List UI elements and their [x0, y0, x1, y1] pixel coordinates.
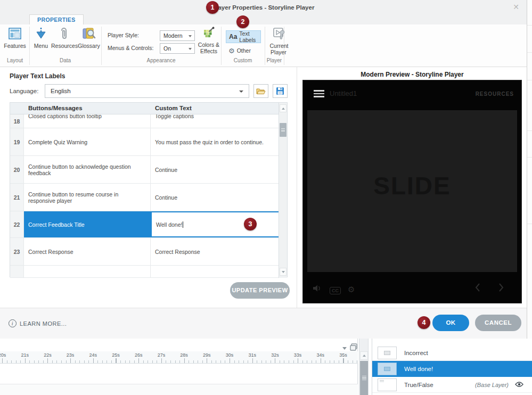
ribbon: Features Layout Menu Resources — [0, 24, 527, 67]
group-label-appearance: Appearance — [101, 57, 221, 63]
features-icon — [8, 27, 22, 40]
custom-text-cell[interactable]: Continue — [151, 156, 280, 183]
ruler-major-ticks — [0, 358, 358, 363]
table-row[interactable]: 18Closed captions button tooltipToggle c… — [10, 114, 280, 128]
timeline-panel: 20s21s22s23s24s25s26s27s28s29s30s31s32s3… — [0, 339, 358, 395]
hamburger-menu-icon — [314, 90, 324, 97]
custom-text-cell[interactable]: Correct Response — [151, 238, 280, 265]
arrow-up-icon — [282, 108, 285, 110]
slide-placeholder-text: SLIDE — [373, 171, 451, 200]
features-button[interactable]: Features — [2, 27, 28, 49]
screen: Player Properties - Storyline Player ✕ 1… — [0, 0, 532, 395]
scroll-up-button[interactable] — [280, 104, 287, 112]
row-number — [10, 266, 24, 277]
buttons-messages-cell[interactable]: Complete Quiz Warning — [24, 128, 151, 155]
column-header-buttons-messages: Buttons/Messages — [28, 105, 83, 111]
cancel-button[interactable]: CANCEL — [475, 315, 521, 331]
update-preview-button[interactable]: UPDATE PREVIEW — [230, 282, 290, 299]
table-row[interactable]: 21Continue button to resume course in re… — [10, 184, 280, 211]
ruler-tick-label: 34s — [314, 352, 328, 358]
ruler-tick-label: 23s — [63, 352, 77, 358]
panel-divider — [297, 67, 297, 308]
language-select[interactable]: English — [45, 84, 249, 98]
timeline-options-caret-icon[interactable] — [342, 347, 347, 350]
table-scrollbar[interactable] — [279, 103, 287, 278]
current-player-button[interactable]: Current Player — [266, 27, 292, 55]
player-style-select[interactable]: Modern — [160, 30, 195, 41]
arrow-down-icon — [282, 271, 285, 273]
ruler-tick-label: 20s — [0, 352, 9, 358]
menu-button[interactable]: Menu — [32, 27, 50, 49]
scrollbar-thumb[interactable] — [280, 123, 287, 137]
layer-thumbnail — [378, 378, 397, 391]
layer-label: Incorrect — [404, 350, 428, 356]
paperclip-icon — [59, 27, 69, 40]
table-row[interactable]: 19Complete Quiz WarningYou must pass the… — [10, 128, 280, 156]
text-labels-button[interactable]: Aa Text Labels — [226, 30, 261, 43]
callout-badge-4: 4 — [418, 316, 430, 329]
close-icon[interactable]: ✕ — [513, 3, 519, 11]
buttons-messages-cell[interactable]: Correct Feedback Title — [24, 211, 151, 237]
tab-properties[interactable]: PROPERTIES — [29, 14, 84, 24]
dialog-body: Player Text Labels Language: English — [0, 67, 527, 308]
ruler-tick-label: 30s — [223, 352, 236, 358]
row-number: 22 — [10, 211, 24, 237]
buttons-messages-cell[interactable]: Continue button to resume course in resp… — [24, 184, 151, 211]
previous-slide-icon — [474, 283, 481, 294]
open-folder-button[interactable] — [253, 84, 268, 98]
timeline-ruler[interactable]: 20s21s22s23s24s25s26s27s28s29s30s31s32s3… — [0, 351, 358, 364]
text-labels-table: Buttons/Messages Custom Text 18Closed ca… — [10, 102, 288, 277]
table-row[interactable]: 20Continue button to acknowledge questio… — [10, 156, 280, 184]
timeline-vertical-scrollbar[interactable] — [359, 339, 369, 395]
scrollbar-thumb[interactable] — [360, 361, 368, 395]
page-title: Player Text Labels — [10, 72, 66, 80]
layer-item-incorrect[interactable]: Incorrect — [372, 345, 532, 361]
colors-effects-button[interactable]: Colors & Effects — [197, 27, 220, 54]
next-slide-icon — [498, 283, 504, 294]
player-properties-dialog: Player Properties - Storyline Player ✕ 1… — [0, 0, 527, 339]
ruler-tick-label: 28s — [177, 352, 191, 358]
ruler-tick-label: 29s — [200, 352, 214, 358]
resources-button[interactable]: Resources — [51, 27, 77, 49]
custom-text-cell[interactable]: Well done! — [151, 211, 280, 237]
callout-badge-3: 3 — [244, 218, 257, 231]
buttons-messages-cell[interactable] — [24, 266, 151, 277]
scroll-down-button[interactable] — [280, 268, 287, 276]
table-row[interactable]: 22Correct Feedback TitleWell done! — [10, 211, 280, 238]
buttons-messages-cell[interactable]: Closed captions button tooltip — [24, 114, 151, 128]
save-button[interactable] — [273, 84, 288, 98]
dialog-footer: i LEARN MORE... OK CANCEL — [0, 308, 527, 339]
ok-button[interactable]: OK — [432, 315, 469, 331]
learn-more-link[interactable]: i LEARN MORE... — [9, 319, 67, 327]
closed-captions-icon: CC — [330, 287, 341, 294]
table-row[interactable] — [10, 266, 280, 278]
table-row[interactable]: 23Correct ResponseCorrect Response — [10, 238, 280, 266]
row-number: 21 — [10, 184, 24, 211]
background-app-strip — [527, 0, 532, 395]
info-icon: i — [9, 319, 17, 327]
buttons-messages-cell[interactable]: Continue button to acknowledge question … — [24, 156, 151, 183]
layer-item-true-false[interactable]: True/False(Base Layer) — [372, 377, 532, 393]
glossary-button[interactable]: Glossary — [78, 27, 100, 49]
menus-controls-select[interactable]: On — [160, 43, 195, 54]
custom-text-cell[interactable]: Toggle captions — [151, 114, 280, 128]
row-number: 19 — [10, 128, 24, 155]
buttons-messages-cell[interactable]: Correct Response — [24, 238, 151, 265]
custom-text-cell[interactable] — [151, 266, 280, 277]
scroll-up-button[interactable] — [360, 351, 368, 360]
collapse-panel-icon[interactable] — [349, 343, 358, 351]
layer-label: Well done! — [404, 366, 433, 372]
course-title: Untitled1 — [330, 89, 357, 97]
visibility-eye-icon[interactable] — [515, 381, 523, 389]
base-layer-badge: (Base Layer) — [475, 382, 509, 388]
application-background: 20s21s22s23s24s25s26s27s28s29s30s31s32s3… — [0, 339, 532, 395]
gear-icon: ⚙ — [228, 47, 235, 55]
custom-text-cell[interactable]: Continue — [151, 184, 280, 211]
custom-text-cell[interactable]: You must pass the quiz in order to conti… — [151, 128, 280, 155]
callout-badge-2: 2 — [236, 15, 249, 28]
folder-open-icon — [256, 87, 266, 95]
ruler-tick-label: 21s — [18, 352, 32, 358]
other-button[interactable]: ⚙ Other — [226, 44, 258, 57]
layer-item-well-done[interactable]: Well done! — [372, 361, 532, 377]
ruler-tick-label: 27s — [154, 352, 168, 358]
